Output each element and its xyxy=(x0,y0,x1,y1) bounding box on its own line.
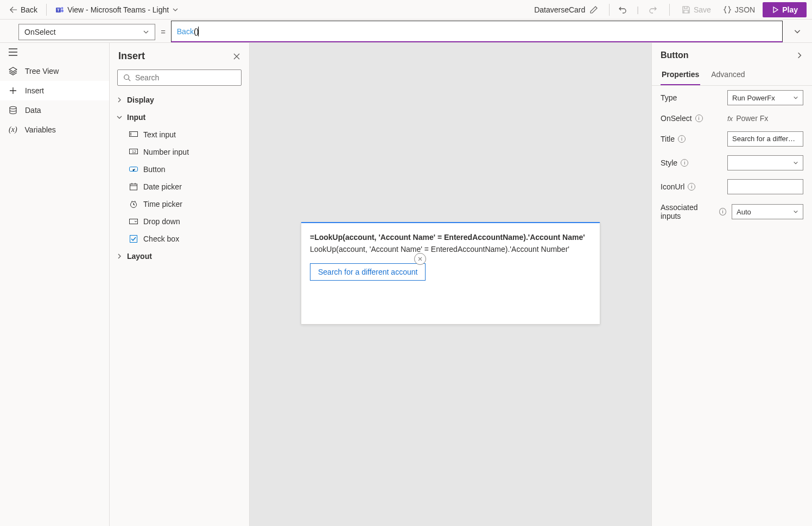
save-button[interactable]: Save xyxy=(677,3,715,17)
prop-label-type: Type xyxy=(661,93,677,102)
prop-title-input[interactable]: Search for a different account xyxy=(727,131,803,147)
svg-rect-3 xyxy=(61,9,64,12)
prop-style-dropdown[interactable] xyxy=(727,155,803,170)
prop-associated-inputs-dropdown[interactable]: Auto xyxy=(732,204,803,219)
fx-text: Power Fx xyxy=(736,114,768,123)
clock-icon xyxy=(129,200,138,208)
prop-label-associated-inputs: Associated inputs i xyxy=(661,203,726,220)
arrow-left-icon xyxy=(10,6,17,14)
view-dropdown[interactable]: T View - Microsoft Teams - Light xyxy=(51,3,183,16)
chevron-right-icon xyxy=(116,253,123,259)
calendar-icon xyxy=(129,183,138,191)
props-title: Button xyxy=(661,50,689,60)
close-icon xyxy=(233,53,240,60)
leaf-label: Text input xyxy=(143,130,176,139)
save-label: Save xyxy=(694,5,711,14)
insert-drop-down[interactable]: Drop down xyxy=(110,213,249,230)
divider: | xyxy=(635,5,641,14)
divider xyxy=(669,4,670,16)
delete-element-handle[interactable] xyxy=(414,253,426,265)
group-input[interactable]: Input xyxy=(110,109,249,126)
insert-button[interactable]: Button xyxy=(110,161,249,178)
info-icon[interactable]: i xyxy=(688,183,695,191)
card-subtitle-expression: LookUp(account, 'Account Name' = Entered… xyxy=(310,245,591,254)
leaf-label: Check box xyxy=(143,235,179,243)
json-button[interactable]: JSON xyxy=(719,3,759,17)
insert-number-input[interactable]: 12 Number input xyxy=(110,143,249,161)
info-icon[interactable]: i xyxy=(719,208,726,216)
svg-point-4 xyxy=(10,106,16,109)
divider xyxy=(609,4,610,16)
formula-func: Back xyxy=(177,27,194,36)
prop-onselect-fx-link[interactable]: fx Power Fx xyxy=(727,114,803,123)
hamburger-button[interactable] xyxy=(9,48,100,56)
svg-text:T: T xyxy=(57,8,60,12)
database-icon xyxy=(9,106,17,115)
save-icon xyxy=(682,5,690,14)
play-icon xyxy=(771,6,779,14)
group-label: Input xyxy=(127,113,145,122)
prop-type-dropdown[interactable]: Run PowerFx xyxy=(727,90,803,105)
rail-label: Tree View xyxy=(25,67,59,75)
play-label: Play xyxy=(782,5,798,14)
prop-label-title: Title i xyxy=(661,135,686,143)
redo-button[interactable] xyxy=(644,3,662,17)
card-name-text: DataverseCard xyxy=(534,5,585,14)
chevron-right-icon xyxy=(796,52,803,59)
insert-search-input[interactable] xyxy=(135,73,236,82)
close-insert-panel[interactable] xyxy=(233,53,240,60)
view-label: View - Microsoft Teams - Light xyxy=(67,5,169,14)
play-button[interactable]: Play xyxy=(763,2,807,17)
insert-date-picker[interactable]: Date picker xyxy=(110,178,249,195)
card-search-button[interactable]: Search for a different account xyxy=(310,263,426,281)
rail-insert[interactable]: Insert xyxy=(0,81,109,100)
redo-icon xyxy=(649,5,657,14)
edit-name-button[interactable] xyxy=(589,5,598,14)
group-display[interactable]: Display xyxy=(110,91,249,109)
props-expand-button[interactable] xyxy=(796,52,803,59)
chevron-down-icon xyxy=(793,95,798,100)
property-dropdown[interactable]: OnSelect xyxy=(18,24,155,40)
chevron-down-icon xyxy=(794,28,801,35)
formula-bar-input[interactable]: Back() xyxy=(171,21,783,42)
group-label: Layout xyxy=(127,252,152,261)
design-canvas[interactable]: =LookUp(account, 'Account Name' = Entere… xyxy=(250,43,651,526)
undo-button[interactable] xyxy=(614,3,631,17)
svg-rect-10 xyxy=(130,184,137,190)
variable-icon: (x) xyxy=(9,125,17,134)
prop-label-iconurl: IconUrl i xyxy=(661,182,695,191)
info-icon[interactable]: i xyxy=(681,159,688,167)
property-value: OnSelect xyxy=(24,28,56,36)
insert-text-input[interactable]: Text input xyxy=(110,126,249,143)
divider xyxy=(46,4,47,16)
rail-tree-view[interactable]: Tree View xyxy=(0,61,109,81)
info-icon[interactable]: i xyxy=(695,115,703,122)
json-label: JSON xyxy=(735,5,755,14)
chevron-down-icon xyxy=(793,160,798,166)
chevron-right-icon xyxy=(116,97,123,103)
prop-label-style: Style i xyxy=(661,159,688,167)
delete-circle-icon xyxy=(417,256,423,262)
back-label: Back xyxy=(21,5,37,14)
insert-time-picker[interactable]: Time picker xyxy=(110,195,249,213)
card-preview[interactable]: =LookUp(account, 'Account Name' = Entere… xyxy=(301,222,600,325)
insert-check-box[interactable]: Check box xyxy=(110,230,249,248)
info-icon[interactable]: i xyxy=(678,135,686,143)
leaf-label: Date picker xyxy=(143,182,182,191)
prop-label-onselect: OnSelect i xyxy=(661,114,703,123)
formula-expand-button[interactable] xyxy=(788,21,807,42)
prop-iconurl-input[interactable] xyxy=(727,179,803,194)
back-button[interactable]: Back xyxy=(5,3,42,16)
chevron-down-icon xyxy=(172,7,179,13)
rail-variables[interactable]: (x) Variables xyxy=(0,120,109,140)
insert-search-box[interactable] xyxy=(117,69,242,86)
rail-data[interactable]: Data xyxy=(0,100,109,120)
button-icon xyxy=(129,166,138,173)
tab-advanced[interactable]: Advanced xyxy=(710,66,746,85)
undo-icon xyxy=(618,5,627,14)
plus-icon xyxy=(9,86,17,95)
group-layout[interactable]: Layout xyxy=(110,248,249,265)
prop-assoc-value: Auto xyxy=(737,208,751,216)
tab-properties[interactable]: Properties xyxy=(661,66,700,85)
leaf-label: Time picker xyxy=(143,200,182,208)
